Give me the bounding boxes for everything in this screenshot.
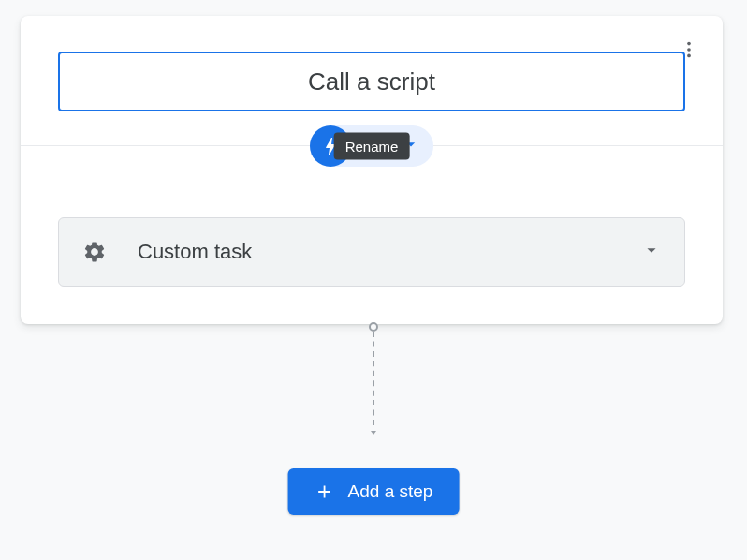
task-icon-wrapper [81,239,108,265]
trigger-row: Pick Rename [21,125,723,167]
plus-icon [315,481,335,502]
automation-card: Pick Rename Custom task [21,16,723,324]
connector-node [369,322,378,332]
task-select[interactable]: Custom task [58,217,685,287]
gear-icon [82,240,107,264]
connector-line [373,332,374,425]
card-header [21,16,723,130]
automation-title-input[interactable] [58,52,685,111]
task-caret [641,240,662,264]
add-step-button[interactable]: Add a step [288,468,460,515]
svg-point-1 [687,48,691,52]
task-row: Custom task [58,217,685,287]
chevron-down-icon [368,427,379,438]
connector-arrow [368,425,379,442]
caret-down-icon [641,240,662,260]
more-options-button[interactable] [674,35,704,65]
svg-point-2 [687,54,691,58]
task-label: Custom task [138,240,641,264]
more-vert-icon [679,39,699,60]
rename-tooltip: Rename [334,133,410,160]
svg-point-0 [687,42,691,46]
connector [368,322,379,442]
trigger-chip[interactable]: Pick Rename [310,125,433,167]
add-step-label: Add a step [348,481,433,502]
